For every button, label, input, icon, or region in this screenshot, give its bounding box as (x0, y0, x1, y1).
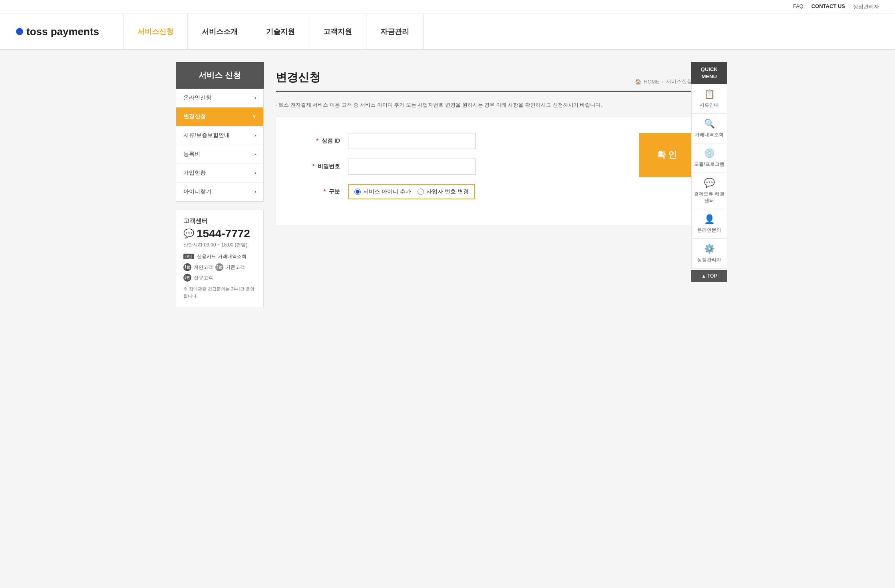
top-button[interactable]: ▲ TOP (691, 270, 727, 282)
radio-service-id-input[interactable] (354, 189, 361, 195)
chevron-down-icon: ∨ (253, 114, 256, 119)
sidebar-title: 서비스 신청 (176, 62, 264, 89)
main-nav: 서비스신청 서비스소개 기술지원 고객지원 자금관리 (123, 14, 879, 50)
sidebar-item-online[interactable]: 온라인신청 › (176, 89, 263, 107)
chevron-right-icon-4: › (255, 170, 256, 176)
home-icon: 🏠 (635, 79, 641, 85)
nav-finance[interactable]: 자금관리 (366, 14, 424, 50)
notice-text: 토스 전자결제 서비스 이용 고객 중 서비스 아이디 추가 또는 사업자번호 … (276, 101, 719, 109)
sidebar-item-fee[interactable]: 등록비 › (176, 145, 263, 164)
logo[interactable]: toss payments (16, 26, 99, 38)
category-label: * 구분 (300, 188, 340, 195)
quick-menu-title: QUICKMENU (691, 62, 727, 84)
sidebar-menu: 온라인신청 › 변경신청 ∨ 서류/보증보험안내 › 등록비 › 가입현황 › … (176, 89, 264, 202)
badge-3: 3번 (183, 274, 191, 282)
store-admin-link[interactable]: 상점관리자 (853, 3, 879, 10)
chevron-right-icon-2: › (255, 133, 256, 138)
chevron-right-icon-3: › (255, 151, 256, 157)
quick-error-center[interactable]: 💬 결제오류 해결센터 (691, 173, 727, 209)
cc-badge-row-2: 3번 신규고객 (183, 274, 256, 282)
shop-id-input[interactable] (348, 133, 476, 149)
cc-info: 0번 신용카드 거래내역조회 (183, 253, 256, 260)
nav-customer-support[interactable]: 고객지원 (309, 14, 366, 50)
radio-biz-num[interactable]: 사업자 번호 변경 (418, 188, 469, 195)
radio-biz-num-input[interactable] (418, 189, 424, 195)
sidebar-item-docs[interactable]: 서류/보증보험안내 › (176, 126, 263, 145)
cc-hours: 상담시간 09:00 ~ 18:00 (평일) (183, 242, 256, 248)
form-fields: * 상점 ID * 비밀번호 (300, 133, 619, 209)
form-box: * 상점 ID * 비밀번호 (276, 117, 719, 225)
nav-service-intro[interactable]: 서비스소개 (187, 14, 252, 50)
sidebar-item-findid[interactable]: 아이디찾기 › (176, 183, 263, 201)
badge-1: 1번 (183, 263, 191, 271)
quick-module[interactable]: 💿 모듈/프로그램 (691, 143, 727, 173)
form-row-shop-id: * 상점 ID (300, 133, 619, 149)
cc-note: ※ 장애관련 긴급문의는 24시간 운영됩니다. (183, 286, 256, 300)
logo-dot (16, 28, 23, 35)
chevron-right-icon: › (255, 95, 256, 101)
page-header: 변경신청 🏠 HOME › 서비스신청 › 변경신청 (276, 62, 719, 92)
search-icon: 🔍 (704, 119, 715, 129)
header-top: FAQ CONTACT US 상점관리자 (0, 0, 895, 14)
chevron-right-icon-5: › (255, 189, 256, 195)
page-title: 변경신청 (276, 62, 320, 85)
quick-docs[interactable]: 📋 서류안내 (691, 84, 727, 114)
sidebar-item-status[interactable]: 가입현황 › (176, 164, 263, 183)
form-inner: * 상점 ID * 비밀번호 (300, 133, 695, 209)
gear-icon: ⚙️ (704, 244, 715, 254)
quick-transaction[interactable]: 🔍 거래내역조회 (691, 114, 727, 143)
faq-link[interactable]: FAQ (793, 3, 804, 10)
form-row-category: * 구분 서비스 아이디 추가 사업자 번호 변경 (300, 184, 619, 199)
confirm-button[interactable]: 확 인 (639, 133, 695, 177)
sidebar-item-change[interactable]: 변경신청 ∨ (176, 107, 263, 126)
sidebar: 서비스 신청 온라인신청 › 변경신청 ∨ 서류/보증보험안내 › 등록비 › … (176, 62, 264, 307)
password-label: * 비밀번호 (300, 163, 340, 170)
customer-center: 고객센터 💬 1544-7772 상담시간 09:00 ~ 18:00 (평일)… (176, 210, 264, 307)
password-input[interactable] (348, 159, 476, 175)
quick-online-inquiry[interactable]: 👤 온라인문의 (691, 209, 727, 239)
page-title-bar: 변경신청 🏠 HOME › 서비스신청 › 변경신청 (276, 62, 719, 85)
cc-title: 고객센터 (183, 217, 256, 225)
person-icon: 👤 (704, 214, 715, 224)
quick-store-admin[interactable]: ⚙️ 상점관리자 (691, 239, 727, 268)
shop-id-label: * 상점 ID (300, 137, 340, 145)
module-icon: 💿 (704, 148, 715, 159)
chat-icon: 💬 (704, 178, 715, 188)
phone-icon: 💬 (183, 228, 194, 239)
docs-icon: 📋 (704, 89, 715, 99)
separator-1: › (662, 79, 663, 85)
nav-service-apply[interactable]: 서비스신청 (123, 14, 187, 50)
header-main: toss payments 서비스신청 서비스소개 기술지원 고객지원 자금관리 (0, 14, 895, 50)
logo-text: toss payments (26, 26, 99, 38)
radio-group: 서비스 아이디 추가 사업자 번호 변경 (348, 184, 475, 199)
badge-2: 2번 (215, 263, 223, 271)
cc-phone: 💬 1544-7772 (183, 227, 256, 240)
radio-service-id[interactable]: 서비스 아이디 추가 (354, 188, 411, 195)
nav-tech-support[interactable]: 기술지원 (252, 14, 309, 50)
quick-menu: QUICKMENU 📋 서류안내 🔍 거래내역조회 💿 모듈/프로그램 💬 결제… (691, 62, 727, 282)
main-content: 변경신청 🏠 HOME › 서비스신청 › 변경신청 토스 전자결제 서비스 이… (276, 62, 719, 307)
cc-badge-row: 1번 개인고객 2번 기존고객 (183, 263, 256, 271)
contact-us-link[interactable]: CONTACT US (811, 3, 845, 10)
form-row-password: * 비밀번호 (300, 159, 619, 175)
page-wrapper: 서비스 신청 온라인신청 › 변경신청 ∨ 서류/보증보험안내 › 등록비 › … (168, 50, 727, 319)
